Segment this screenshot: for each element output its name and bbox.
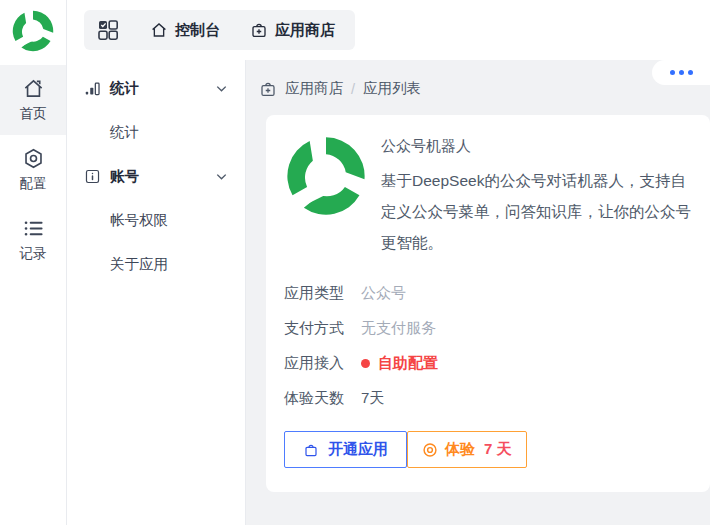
side-menu: 统计 统计 账号 [67,60,246,525]
status-dot-icon [361,359,370,368]
rail-item-label: 配置 [20,175,47,193]
menu-item-label: 帐号权限 [110,211,168,230]
home-icon [22,77,45,100]
tab-label: 控制台 [175,21,220,40]
menu-section-label: 统计 [110,79,139,98]
trial-button[interactable]: 体验 7 天 [407,431,527,468]
rail-item-label: 记录 [20,245,47,263]
rail-item-home[interactable]: 首页 [0,65,66,135]
field-label: 支付方式 [284,319,346,338]
list-icon [22,217,45,240]
menu-item-label: 统计 [110,123,139,142]
main-content: 应用商店 / 应用列表 公众号机器人 基于DeepSeek的公众号对话机器人，支… [246,60,710,525]
store-bag-plus-icon [259,80,277,98]
brand-logo[interactable] [9,7,57,55]
breadcrumb-separator: / [351,81,355,97]
app-window: 首页 配置 记录 [0,0,710,525]
field-app-type: 应用类型 公众号 [284,283,692,303]
menu-item-label: 关于应用 [110,255,168,274]
app-description-line: 定义公众号菜单，问答知识库，让你的公众号 [381,196,691,227]
app-card: 公众号机器人 基于DeepSeek的公众号对话机器人，支持自 定义公众号菜单，问… [266,115,710,492]
tab-console[interactable]: 控制台 [150,21,220,40]
app-description-line: 更智能。 [381,227,691,258]
rail-item-config[interactable]: 配置 [0,135,66,205]
bar-chart-icon [84,80,101,97]
app-description: 基于DeepSeek的公众号对话机器人，支持自 定义公众号菜单，问答知识库，让你… [381,165,691,258]
breadcrumb-app-store[interactable]: 应用商店 [285,79,343,98]
card-actions: 开通应用 体验 7 天 [284,431,692,468]
open-app-label: 开通应用 [328,440,388,459]
app-description-line: 基于DeepSeek的公众号对话机器人，支持自 [381,165,691,196]
tab-app-store[interactable]: 应用商店 [250,21,335,40]
menu-section-statistics[interactable]: 统计 [67,66,245,110]
open-app-button[interactable]: 开通应用 [284,431,407,468]
field-trial-days: 体验天数 7天 [284,388,692,408]
grid-icon [96,18,120,42]
store-bag-plus-icon [250,21,268,39]
brand-swirl-icon [11,9,55,53]
icon-rail: 首页 配置 记录 [0,0,67,525]
chevron-down-icon [214,81,229,96]
rail-item-label: 首页 [20,105,47,123]
field-payment-method: 支付方式 无支付服务 [284,318,692,338]
field-value-text: 自助配置 [378,354,438,373]
dot-icon [679,70,684,75]
dot-icon [688,70,693,75]
menu-item-statistics[interactable]: 统计 [67,110,245,154]
tab-bar: 控制台 应用商店 [84,10,355,50]
app-fields: 应用类型 公众号 支付方式 无支付服务 应用接入 自助配置 [284,283,692,408]
breadcrumb-current: 应用列表 [363,79,421,98]
tab-label: 应用商店 [275,21,335,40]
trial-label: 体验 [445,440,475,459]
trial-days: 7 天 [484,440,512,459]
field-value: 公众号 [361,284,406,303]
field-app-access: 应用接入 自助配置 [284,353,692,373]
field-value: 自助配置 [361,354,438,373]
field-label: 应用接入 [284,354,346,373]
top-bar: 控制台 应用商店 [67,0,710,60]
menu-item-account-permissions[interactable]: 帐号权限 [67,198,245,242]
field-label: 体验天数 [284,389,346,408]
bag-icon [303,442,319,458]
apps-grid-button[interactable] [96,18,120,42]
settings-icon [22,147,45,170]
info-square-icon [84,168,101,185]
app-logo [284,134,368,218]
field-value: 无支付服务 [361,319,436,338]
more-options-button[interactable] [652,60,710,85]
menu-section-account[interactable]: 账号 [67,154,245,198]
breadcrumb: 应用商店 / 应用列表 [246,60,710,98]
app-title: 公众号机器人 [381,137,691,156]
field-value: 7天 [361,389,384,408]
field-label: 应用类型 [284,284,346,303]
home-icon [150,21,168,39]
dot-icon [670,70,675,75]
menu-item-about-app[interactable]: 关于应用 [67,242,245,286]
eye-icon [422,442,438,458]
chevron-down-icon [214,169,229,184]
rail-item-records[interactable]: 记录 [0,205,66,275]
menu-section-label: 账号 [110,167,139,186]
